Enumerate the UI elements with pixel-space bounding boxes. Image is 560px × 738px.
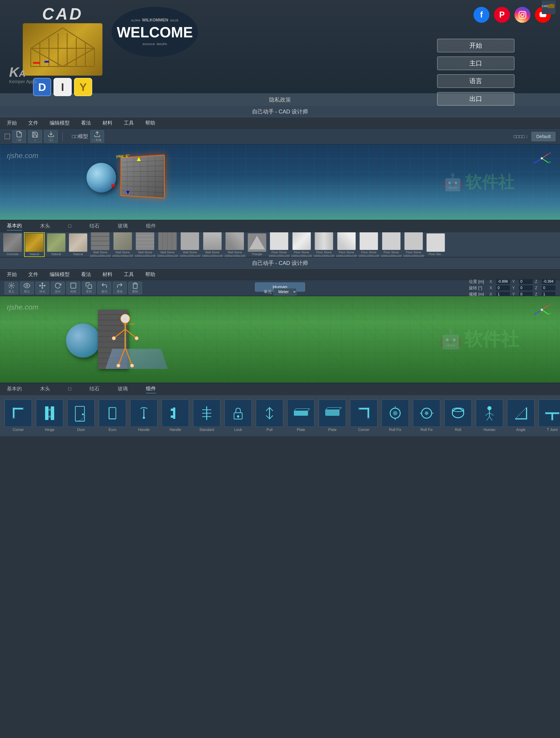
main-door-button[interactable]: 主口 (437, 56, 514, 70)
start-button[interactable]: 开始 (437, 39, 514, 52)
menu-start-1[interactable]: 开始 (7, 119, 17, 126)
component-corner-2[interactable]: Corner (349, 399, 379, 432)
material-floorstone-2[interactable]: Floor Stone1000x1000x100 (291, 232, 312, 257)
facebook-icon[interactable]: f (474, 7, 489, 23)
toolbar-checkbox-1[interactable] (5, 134, 10, 139)
menu-material-2[interactable]: 材料 (102, 271, 112, 278)
open-btn[interactable]: □口 (44, 130, 58, 143)
component-rollfix-2[interactable]: Roll Fix (412, 399, 441, 432)
component-thumb-standard (193, 399, 220, 427)
material-name-triangle: Triangle (251, 252, 262, 256)
component-euro[interactable]: Euro (98, 399, 127, 432)
material-concrete[interactable]: Concrete (2, 233, 23, 256)
component-corner-1[interactable]: Corner (3, 399, 33, 432)
tab-component-1[interactable]: 组件 (146, 223, 156, 230)
component-roll[interactable]: Roll (443, 399, 473, 432)
undo-btn[interactable]: 撤消 (97, 282, 111, 294)
cad-logo-mini-2: CAD (542, 0, 555, 12)
delete-label: 删除 (132, 290, 138, 294)
menu-start-2[interactable]: 开始 (7, 271, 17, 278)
component-hinge[interactable]: Hinge (35, 399, 64, 432)
menu-file-2[interactable]: 文件 (28, 271, 38, 278)
tab-wood-1[interactable]: 木头 (40, 223, 50, 230)
material-floorstone-7[interactable]: Floor Stone1000x1000x100 (403, 232, 424, 257)
material-floorstone-4[interactable]: Floor Stone1000x1000x100 (336, 232, 357, 257)
viewport-2[interactable]: rjshe.com (0, 296, 560, 383)
component-human[interactable]: Human (475, 399, 504, 432)
comp-tab-misc[interactable]: □ (68, 386, 71, 393)
svg-rect-77 (173, 407, 175, 419)
material-wallstone-1[interactable]: Wall Stone1000x1000x100 (90, 232, 111, 257)
material-natural3[interactable]: Natural (68, 233, 88, 256)
menu-tools-2[interactable]: 工具 (124, 271, 134, 278)
component-plate-2[interactable]: Plate (318, 399, 347, 432)
delete-btn[interactable]: 删除 (128, 282, 142, 294)
material-wallstone-7[interactable]: Wall Stone1000x1000x100 (224, 232, 245, 257)
material-wallstone-2[interactable]: Wall Stone1000x1000x100 (112, 232, 133, 257)
material-floorstone-8[interactable]: Floor Sto... (426, 233, 446, 256)
language-button[interactable]: 语言 (437, 74, 514, 88)
comp-tab-glass[interactable]: 玻璃 (118, 385, 128, 393)
material-wallstone-3[interactable]: Wall Stone1000x1000x100 (134, 232, 156, 257)
material-floorstone-6[interactable]: Floor Stone1000x1000x100 (381, 232, 402, 257)
look-btn[interactable]: 看法 (20, 282, 34, 294)
component-handle1[interactable]: Handle (129, 399, 159, 432)
material-natural1[interactable]: Natural (24, 232, 45, 257)
new-file-btn[interactable]: □游 (12, 130, 26, 143)
material-natural2[interactable]: Natural (46, 233, 66, 256)
material-wallstone-4[interactable]: Wall Stone1000x1000x100 (157, 232, 178, 257)
menu-edit-2[interactable]: 编辑模型 (50, 271, 70, 278)
tab-basic-1[interactable]: 基本的 (7, 222, 22, 231)
material-triangle[interactable]: Triangle (247, 233, 267, 256)
focus-btn[interactable]: 重点 (5, 282, 18, 294)
component-rollfix-1[interactable]: Roll Fix (380, 399, 410, 432)
component-angle[interactable]: Angle (506, 399, 536, 432)
default-btn[interactable]: Default (532, 132, 555, 141)
rotate-btn[interactable]: 旋转 (51, 282, 65, 294)
menu-help-2[interactable]: 帮助 (145, 271, 155, 278)
component-tjoint[interactable]: T Joint (537, 399, 560, 432)
unit-select[interactable]: Meter Feet (273, 288, 297, 295)
move-btn[interactable]: 移动 (35, 282, 49, 294)
tab-misc-1[interactable]: □ (68, 223, 71, 230)
exit-button[interactable]: 出口 (437, 92, 514, 106)
comp-tab-component[interactable]: 组件 (146, 385, 156, 393)
menu-view-2[interactable]: 看法 (81, 271, 91, 278)
copy-btn[interactable]: 复制 (82, 282, 96, 294)
redo-btn[interactable]: 重做 (113, 282, 126, 294)
component-plate-1[interactable]: Plate (286, 399, 316, 432)
material-wallstone-6[interactable]: Wall Stone1000x1000x100 (202, 232, 223, 257)
menu-help-1[interactable]: 帮助 (145, 119, 155, 126)
save-btn[interactable]: □ (28, 130, 42, 143)
comp-tab-stone[interactable]: 结石 (89, 385, 99, 393)
viewport-1[interactable]: rjshe.com yaw: 6° ▲ ▶ ▼ 🤖 软件社 X (0, 145, 560, 220)
component-handle2[interactable]: Handle (160, 399, 190, 432)
material-floorstone-1[interactable]: Floor Stone1000x1000x100 (268, 232, 290, 257)
material-floorstone-3[interactable]: Floor Stone1000x1000x100 (314, 232, 335, 257)
component-door[interactable]: Door (66, 399, 96, 432)
tab-stone-1[interactable]: 结石 (89, 223, 99, 230)
component-thumb-corner1 (5, 399, 32, 427)
tab-glass-1[interactable]: 玻璃 (118, 223, 128, 230)
material-thumb-triangle (248, 233, 266, 252)
component-thumb-roll (444, 399, 472, 427)
comp-tab-wood[interactable]: 木头 (40, 385, 50, 393)
component-pull[interactable]: Pull (255, 399, 284, 432)
menu-file-1[interactable]: 文件 (28, 119, 38, 126)
component-lock[interactable]: Lock (223, 399, 253, 432)
svg-rect-99 (358, 407, 370, 410)
instagram-icon[interactable] (514, 7, 530, 23)
menu-tools-1[interactable]: 工具 (124, 119, 134, 126)
comp-tab-basic[interactable]: 基本的 (7, 385, 22, 393)
component-standard[interactable]: Standard (192, 399, 221, 432)
material-name-ws6: Wall Stone1000x1000x100 (202, 251, 223, 257)
menu-material-1[interactable]: 材料 (102, 119, 112, 126)
component-name-human: Human (484, 428, 495, 432)
material-wallstone-5[interactable]: Wall Stone1000x1000x100 (179, 232, 200, 257)
pinterest-icon[interactable]: P (494, 7, 510, 23)
material-floorstone-5[interactable]: Floor Stone1000x1000x100 (358, 232, 380, 257)
menu-view-1[interactable]: 看法 (81, 119, 91, 126)
export-btn[interactable]: □□材象 (90, 130, 104, 143)
frame-btn[interactable]: 框模 (66, 282, 80, 294)
menu-edit-1[interactable]: 编辑模型 (50, 119, 70, 126)
